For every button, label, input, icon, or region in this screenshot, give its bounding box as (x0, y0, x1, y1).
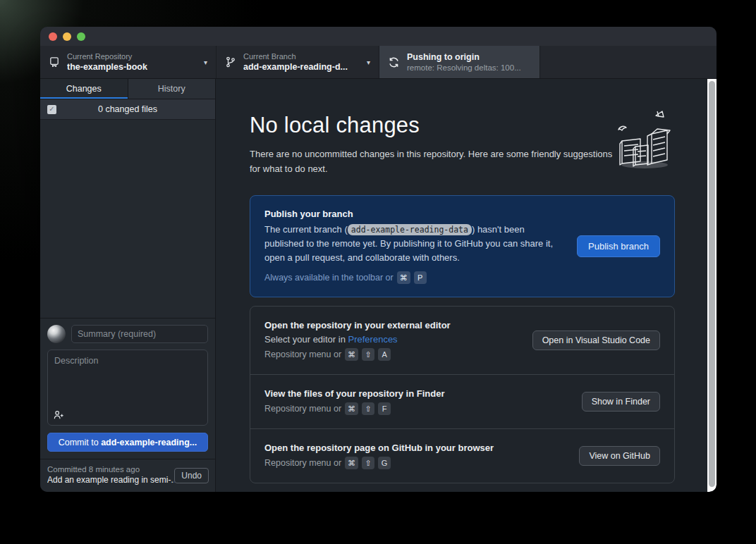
app-window: Current Repository the-examples-book ▾ C… (40, 27, 717, 492)
show-in-finder-button[interactable]: Show in Finder (582, 392, 660, 412)
paper-stack-illustration (612, 110, 677, 175)
page-title: No local changes (250, 113, 675, 138)
undo-commit-bar: Committed 8 minutes ago Add an example r… (40, 459, 215, 492)
minimize-window-button[interactable] (63, 32, 71, 41)
committed-time: Committed 8 minutes ago (47, 465, 174, 474)
scrollbar-thumb[interactable] (709, 81, 715, 487)
open-in-editor-button[interactable]: Open in Visual Studio Code (532, 330, 660, 350)
key-p: P (414, 271, 427, 284)
publish-body: The current branch (add-example-reading-… (264, 223, 566, 265)
commit-button[interactable]: Commit to add-example-reading... (47, 433, 208, 452)
chevron-down-icon: ▾ (367, 58, 370, 66)
publish-branch-button[interactable]: Publish branch (577, 235, 660, 257)
sync-icon (388, 56, 400, 68)
command-key-icon: ⌘ (397, 271, 410, 284)
preferences-link[interactable]: Preferences (348, 334, 398, 345)
tab-history[interactable]: History (128, 79, 216, 99)
commit-form: Commit to add-example-reading... (40, 318, 215, 459)
command-key-icon: ⌘ (345, 457, 358, 469)
branch-code-pill: add-example-reading-data (348, 224, 472, 235)
toolbar: Current Repository the-examples-book ▾ C… (40, 46, 717, 79)
scrollbar-track[interactable] (707, 79, 717, 492)
tab-changes[interactable]: Changes (40, 79, 128, 99)
page-subtitle: There are no uncommitted changes in this… (250, 147, 613, 177)
repo-name: the-examples-book (67, 61, 197, 73)
branch-name: add-example-reading-d... (243, 61, 360, 73)
publish-title: Publish your branch (264, 209, 566, 219)
shift-key-icon: ⇧ (362, 457, 374, 469)
main-panel: No local changes There are no uncommitte… (216, 79, 717, 492)
sidebar-tabs: Changes History (40, 79, 215, 99)
key-a: A (378, 348, 391, 361)
suggestions-list: Open the repository in your external edi… (250, 306, 675, 483)
file-list-empty-area (40, 120, 215, 318)
shift-key-icon: ⇧ (362, 402, 374, 415)
window-controls (49, 32, 85, 41)
branch-label: Current Branch (243, 52, 360, 61)
push-status-detail: remote: Resolving deltas: 100... (407, 63, 531, 73)
suggestion-show-in-finder: View the files of your repository in Fin… (250, 375, 674, 429)
toolbar-spacer (540, 46, 717, 78)
command-key-icon: ⌘ (345, 348, 358, 361)
current-branch-dropdown[interactable]: Current Branch add-example-reading-d... … (217, 46, 379, 78)
repo-label: Current Repository (67, 52, 197, 61)
titlebar (40, 27, 717, 46)
zoom-window-button[interactable] (77, 32, 85, 41)
shift-key-icon: ⇧ (362, 348, 374, 361)
commit-summary-input[interactable] (71, 325, 208, 343)
suggestion-view-on-github: Open the repository page on GitHub in yo… (250, 429, 674, 483)
add-coauthor-icon[interactable] (54, 410, 64, 420)
sidebar: Changes History ✓ 0 changed files (40, 79, 216, 492)
commit-description-box (47, 350, 208, 426)
key-g: G (378, 457, 391, 469)
chevron-down-icon: ▾ (204, 58, 207, 66)
committed-message: Add an example reading in semi-... (47, 475, 174, 485)
avatar (47, 325, 66, 343)
git-branch-icon (225, 56, 236, 68)
publish-branch-panel: Publish your branch The current branch (… (250, 195, 675, 297)
undo-button[interactable]: Undo (174, 468, 209, 483)
commit-description-input[interactable] (48, 350, 207, 425)
command-key-icon: ⌘ (345, 402, 358, 415)
changed-files-header: ✓ 0 changed files (40, 99, 215, 120)
current-repository-dropdown[interactable]: Current Repository the-examples-book ▾ (40, 46, 217, 78)
key-f: F (378, 402, 391, 415)
close-window-button[interactable] (49, 32, 57, 41)
repo-icon (49, 56, 60, 68)
changed-files-count: 0 changed files (40, 104, 215, 114)
push-status-title: Pushing to origin (407, 51, 531, 63)
push-to-origin-button[interactable]: Pushing to origin remote: Resolving delt… (379, 46, 540, 78)
publish-shortcut-hint: Always available in the toolbar or ⌘ P (264, 271, 566, 284)
suggestion-external-editor: Open the repository in your external edi… (250, 307, 674, 375)
view-on-github-button[interactable]: View on GitHub (579, 446, 660, 466)
